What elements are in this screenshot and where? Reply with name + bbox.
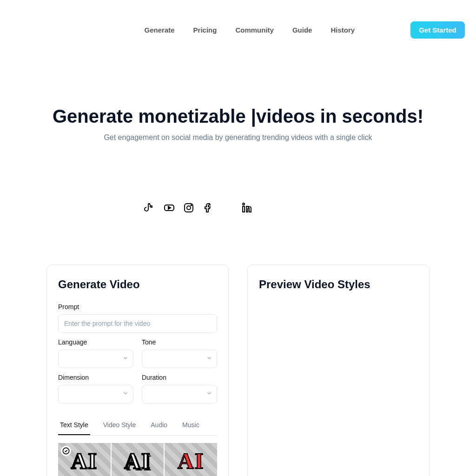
style-sample-text: AI (178, 448, 204, 474)
facebook-icon[interactable] (203, 202, 214, 213)
nav-generate[interactable]: Generate (145, 26, 175, 34)
preview-title: Preview Video Styles (259, 278, 418, 291)
tab-video-style[interactable]: Video Style (101, 416, 138, 435)
language-select[interactable] (58, 350, 133, 368)
language-label: Language (58, 338, 133, 346)
social-icons (0, 202, 476, 213)
text-style-option-2[interactable]: AI (112, 443, 164, 476)
instagram-icon[interactable] (183, 202, 194, 213)
style-tabs: Text Style Video Style Audio Music (58, 416, 217, 436)
text-style-option-3[interactable]: AI (165, 443, 217, 476)
hero-section: Generate monetizable |videos in seconds!… (0, 60, 476, 160)
generate-title: Generate Video (58, 278, 217, 291)
generate-card: Generate Video Prompt Language Tone (46, 264, 229, 476)
svg-point-2 (187, 206, 191, 210)
duration-select[interactable] (142, 385, 217, 403)
youtube-icon[interactable] (164, 202, 175, 213)
nav-community[interactable]: Community (235, 26, 274, 34)
nav-history[interactable]: History (331, 26, 355, 34)
hero-title: Generate monetizable |videos in seconds! (0, 106, 476, 127)
text-style-thumbnails: AI AI AI (58, 443, 217, 476)
nav-guide[interactable]: Guide (292, 26, 312, 34)
hero-title-prefix: Generate monetizable (53, 106, 251, 126)
tab-text-style[interactable]: Text Style (58, 416, 90, 435)
main-panels: Generate Video Prompt Language Tone (0, 264, 476, 476)
tiktok-icon[interactable] (144, 202, 155, 213)
duration-label: Duration (142, 374, 217, 381)
prompt-label: Prompt (58, 303, 217, 311)
style-sample-text: AI (124, 448, 151, 474)
svg-point-3 (191, 205, 192, 206)
preview-card: Preview Video Styles (247, 264, 430, 476)
dimension-label: Dimension (58, 374, 133, 381)
tab-audio[interactable]: Audio (149, 416, 169, 435)
get-started-button[interactable]: Get Started (410, 21, 465, 39)
nav-pricing[interactable]: Pricing (193, 26, 217, 34)
svg-point-4 (243, 203, 245, 205)
style-sample-text: AI (71, 448, 98, 474)
main-nav: Generate Pricing Community Guide History (145, 26, 355, 34)
typing-cursor-icon: | (251, 106, 256, 127)
selected-check-icon (61, 446, 71, 456)
hero-subtitle: Get engagement on social media by genera… (0, 133, 476, 142)
tone-label: Tone (142, 338, 217, 346)
tone-select[interactable] (142, 350, 217, 368)
text-style-option-1[interactable]: AI (58, 443, 111, 476)
site-header: Generate Pricing Community Guide History… (0, 0, 476, 60)
hero-title-suffix: videos in seconds! (256, 106, 423, 126)
tab-music[interactable]: Music (180, 416, 201, 435)
dimension-select[interactable] (58, 385, 133, 403)
social-spacer (222, 202, 233, 213)
linkedin-icon[interactable] (242, 202, 253, 213)
prompt-input[interactable] (58, 314, 217, 333)
